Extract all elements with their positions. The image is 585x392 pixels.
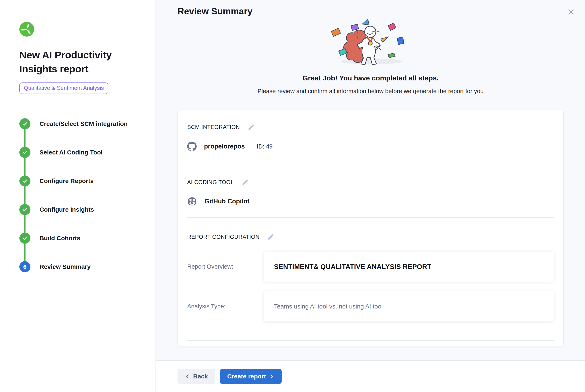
report-configuration-heading: REPORT CONFIGURATION (187, 234, 260, 240)
pencil-icon (242, 179, 249, 186)
report-configuration-section: REPORT CONFIGURATION (187, 234, 554, 240)
wizard-sidebar: New AI Productivity Insights report Qual… (0, 0, 156, 392)
analysis-type-label: Analysis Type: (187, 303, 264, 310)
ai-coding-tool-section: AI CODING TOOL (187, 179, 554, 186)
github-icon (187, 142, 197, 151)
chevron-right-icon (269, 374, 274, 379)
step-check-icon (19, 204, 30, 215)
step-label: Review Summary (40, 263, 90, 270)
pencil-icon (248, 124, 255, 130)
step-check-icon (19, 147, 30, 158)
congrats-subtitle: Please review and confirm all informatio… (258, 88, 484, 94)
report-type-badge: Qualitative & Sentiment Analysis (19, 82, 108, 94)
section-divider (187, 340, 554, 341)
celebration-illustration (322, 17, 419, 68)
step-check-icon (19, 118, 30, 129)
scm-integration-heading: SCM INTEGRATION (187, 124, 240, 130)
ai-coding-tool-value-row: GitHub Copilot (187, 197, 554, 206)
app-window: New AI Productivity Insights report Qual… (0, 0, 585, 392)
back-button-label: Back (193, 373, 208, 380)
analysis-type-row: Analysis Type: Teams using AI tool vs. n… (187, 291, 554, 322)
scm-integration-id: ID: 49 (257, 143, 272, 150)
scm-integration-name: propelorepos (204, 143, 245, 150)
analysis-type-value: Teams using AI tool vs. not using AI too… (264, 291, 554, 322)
congrats-title: Great Job! You have completed all steps. (302, 74, 439, 82)
edit-ai-coding-tool-button[interactable] (242, 179, 249, 186)
step-label: Create/Select SCM integration (40, 120, 128, 127)
review-summary-panel: Review Summary (156, 0, 585, 392)
edit-report-configuration-button[interactable] (268, 234, 274, 240)
step-check-icon (19, 176, 30, 186)
step-review-summary[interactable]: 6 Review Summary (19, 252, 147, 281)
edit-scm-integration-button[interactable] (248, 124, 255, 130)
step-configure-reports[interactable]: Configure Reports (19, 167, 147, 196)
review-content: Review Summary (156, 0, 585, 360)
summary-card: SCM INTEGRATION propelorepos ID: 49 (178, 110, 564, 346)
github-copilot-icon (187, 197, 197, 206)
step-label: Select AI Coding Tool (40, 149, 103, 156)
create-report-button-label: Create report (227, 373, 266, 380)
step-number-badge: 6 (19, 261, 30, 272)
step-build-cohorts[interactable]: Build Cohorts (19, 224, 147, 252)
wizard-footer: Back Create report (156, 360, 585, 392)
step-create-select-scm-integration[interactable]: Create/Select SCM integration (19, 110, 147, 138)
wizard-title: New AI Productivity Insights report (19, 48, 126, 76)
section-divider (187, 163, 554, 163)
section-divider (187, 218, 554, 218)
report-overview-label: Report Overview: (187, 263, 264, 270)
step-label: Build Cohorts (40, 235, 80, 242)
step-configure-insights[interactable]: Configure Insights (19, 196, 147, 224)
report-overview-row: Report Overview: SENTIMENT& QUALITATIVE … (187, 252, 554, 282)
scm-integration-value-row: propelorepos ID: 49 (187, 142, 554, 151)
step-label: Configure Reports (40, 178, 94, 184)
chevron-left-icon (185, 374, 190, 379)
scm-integration-section: SCM INTEGRATION (187, 124, 554, 130)
back-button[interactable]: Back (178, 369, 215, 384)
step-label: Configure Insights (40, 206, 94, 213)
step-check-icon (19, 232, 30, 244)
create-report-button[interactable]: Create report (220, 369, 282, 384)
pencil-icon (268, 234, 274, 240)
ai-coding-tool-name: GitHub Copilot (204, 198, 250, 205)
step-select-ai-coding-tool[interactable]: Select AI Coding Tool (19, 138, 147, 167)
propeller-logo-icon (19, 22, 34, 36)
congrats-section: Great Job! You have completed all steps.… (178, 17, 564, 94)
page-title: Review Summary (178, 6, 564, 16)
close-icon (567, 8, 575, 16)
close-button[interactable] (566, 6, 576, 17)
report-overview-value: SENTIMENT& QUALITATIVE ANALYSIS REPORT (264, 252, 554, 282)
ai-coding-tool-heading: AI CODING TOOL (187, 179, 234, 186)
wizard-steps: Create/Select SCM integration Select AI … (19, 110, 147, 281)
